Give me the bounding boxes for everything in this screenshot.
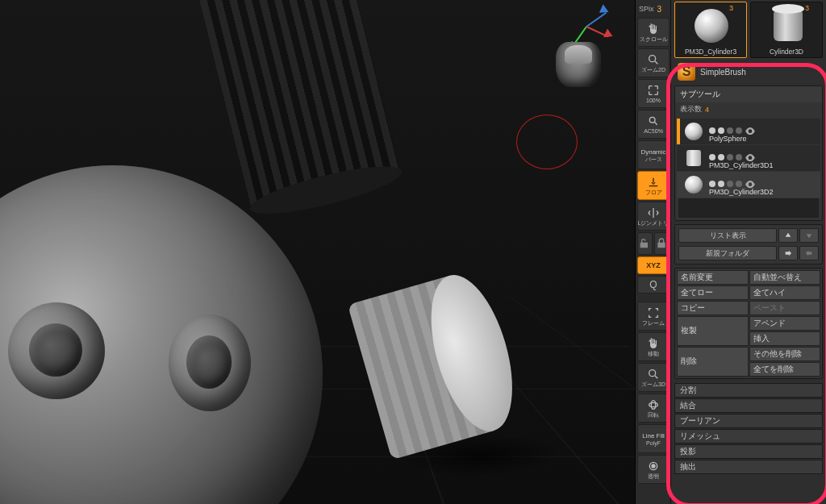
broken-lock-button[interactable]	[637, 232, 653, 255]
transform-ring[interactable]	[516, 115, 578, 169]
linefill-label: Line Fill	[642, 432, 665, 439]
accordion-remesh[interactable]: リメッシュ	[674, 429, 823, 444]
zoom3d-button[interactable]: ズーム3D	[637, 363, 670, 392]
display-count-value: 4	[705, 106, 709, 114]
subtool-list: PolySphere PM3D_Cylinder3D1	[675, 116, 822, 220]
subtool-section: サブツール 表示数 4 PolySphere	[674, 85, 823, 221]
polyframe-button[interactable]: Line Fill PolyF	[637, 424, 670, 453]
scroll-button[interactable]: スクロール	[637, 18, 670, 47]
simple-brush-icon: S	[678, 63, 695, 81]
duplicate-button[interactable]: 複製	[677, 316, 749, 346]
accordion-extract[interactable]: 抽出	[674, 460, 823, 474]
arrow-right-button[interactable]	[778, 246, 798, 260]
floor-button[interactable]: フロア	[637, 171, 670, 200]
transparent-button[interactable]: 透明	[637, 455, 670, 484]
subtool-row[interactable]: PM3D_Cylinder3D1	[677, 145, 820, 171]
mesh-cylinder-top[interactable]	[197, 0, 400, 209]
auto-reorder-button[interactable]: 自動並べ替え	[749, 270, 821, 285]
svg-point-2	[649, 370, 656, 377]
move-down-button[interactable]	[799, 228, 819, 243]
simple-brush-label: SimpleBrush	[700, 68, 746, 77]
subtool-name: PM3D_Cylinder3D1	[709, 161, 774, 169]
insert-button[interactable]: 挿入	[749, 331, 821, 346]
local-symmetry-button[interactable]: Lジンメトリ	[637, 202, 670, 231]
rename-button[interactable]: 名前変更	[677, 270, 749, 285]
sphere-ear-left	[8, 302, 105, 399]
display-count-label: 表示数	[680, 104, 702, 115]
all-high-button[interactable]: 全てハイ	[749, 285, 821, 300]
rotate3d-button[interactable]: 回転	[637, 394, 670, 423]
actual-size-button[interactable]: 100%	[637, 79, 670, 108]
sphere-thumbnail-icon	[695, 9, 728, 43]
delete-others-button[interactable]: その他を削除	[749, 347, 821, 361]
svg-point-4	[651, 401, 655, 410]
copy-button[interactable]: コピー	[677, 301, 749, 315]
tool-name: Cylinder3D	[770, 48, 803, 56]
subtool-count-row: 表示数 4	[675, 102, 822, 116]
q-icon: Q	[647, 278, 660, 291]
lock-icon	[655, 237, 668, 250]
subtool-name: PolySphere	[709, 135, 747, 143]
subtool-ops: 名前変更 自動並べ替え 全てロー 全てハイ コピー ペースト 複製 アペンド 挿…	[674, 268, 823, 379]
tool-thumbnails: 3 PM3D_Cylinder3 3 Cylinder3D	[671, 0, 826, 60]
xyz-icon: XYZ	[647, 259, 660, 272]
cylinder-thumbnail-icon	[774, 9, 803, 41]
move-button[interactable]: 移動	[637, 332, 670, 361]
tool-count: 3	[805, 4, 809, 12]
tool-name: PM3D_Cylinder3	[685, 48, 736, 56]
list-view-button[interactable]: リスト表示	[678, 228, 777, 243]
expand-icon	[647, 84, 660, 97]
camera-head-thumbnail[interactable]	[556, 42, 601, 87]
lock-open-icon	[638, 237, 651, 250]
tool-thumb-1[interactable]: 3 Cylinder3D	[750, 2, 823, 58]
ac50-button[interactable]: AC50%	[637, 110, 670, 139]
all-low-button[interactable]: 全てロー	[677, 285, 749, 300]
accordion-boolean[interactable]: ブーリアン	[674, 414, 823, 428]
subtool-row[interactable]: PolySphere	[677, 119, 820, 144]
frame-icon	[647, 306, 660, 319]
tool-thumb-0[interactable]: 3 PM3D_Cylinder3	[674, 2, 747, 58]
accordion-merge[interactable]: 結合	[674, 398, 823, 413]
simple-brush-row[interactable]: S SimpleBrush	[671, 60, 826, 84]
floor-icon	[647, 176, 660, 189]
paste-button[interactable]: ペースト	[749, 301, 821, 315]
right-toolbar: SPix 3 スクロール ズーム2D 100% AC50% Dynamic パー…	[636, 0, 671, 504]
spix-readout: SPix 3	[637, 2, 669, 16]
new-folder-button[interactable]: 新規フォルダ	[678, 246, 777, 260]
arrow-in-button[interactable]	[799, 246, 819, 260]
sphere-mini-icon	[685, 176, 703, 194]
mesh-cylinder-side[interactable]	[348, 266, 528, 460]
accordion-split[interactable]: 分割	[674, 383, 823, 398]
lock-button[interactable]	[654, 232, 670, 255]
mesh-sphere[interactable]	[0, 165, 323, 504]
transparent-icon	[647, 460, 660, 473]
rotate-icon	[647, 398, 660, 411]
cylinder-mini-icon	[686, 150, 701, 166]
xyz-button[interactable]: XYZ	[637, 256, 670, 274]
dynamic-persp-button[interactable]: Dynamic パース	[637, 140, 670, 169]
hand-icon	[647, 23, 660, 35]
right-panel: 3 PM3D_Cylinder3 3 Cylinder3D S SimpleBr…	[671, 0, 826, 504]
spix-value: 3	[657, 5, 662, 14]
move-up-button[interactable]	[778, 228, 798, 243]
subtool-accordion: 分割 結合 ブーリアン リメッシュ 投影 抽出	[674, 382, 823, 475]
svg-point-0	[649, 56, 656, 62]
q-button[interactable]: Q	[637, 276, 670, 294]
magnifier-3d-icon	[647, 368, 660, 381]
frame-button[interactable]: フレーム	[637, 302, 670, 331]
tool-count: 3	[729, 4, 733, 12]
zoom2d-button[interactable]: ズーム2D	[637, 48, 670, 77]
delete-all-button[interactable]: 全てを削除	[749, 362, 821, 377]
magnifier-icon	[647, 53, 660, 66]
subtool-row[interactable]: PM3D_Cylinder3D2	[677, 172, 820, 198]
dynamic-label: Dynamic	[640, 148, 665, 156]
viewport-canvas[interactable]	[0, 0, 636, 504]
accordion-project[interactable]: 投影	[674, 444, 823, 459]
symmetry-icon	[647, 206, 660, 219]
subtool-list-controls: リスト表示 新規フォルダ	[674, 224, 823, 264]
delete-button[interactable]: 削除	[677, 347, 749, 377]
hand-move-icon	[647, 337, 660, 350]
subtool-header[interactable]: サブツール	[675, 86, 822, 102]
append-button[interactable]: アペンド	[749, 316, 821, 331]
sphere-mini-icon	[685, 123, 703, 140]
